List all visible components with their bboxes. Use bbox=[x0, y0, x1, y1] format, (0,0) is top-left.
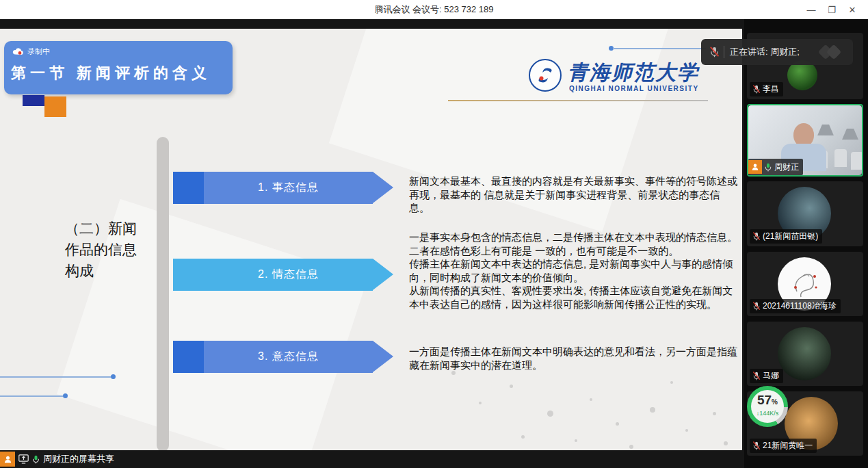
participant-tile[interactable]: 57% ↓144K/s 21新闻黄唯一 bbox=[747, 391, 863, 456]
minimize-button[interactable]: — bbox=[801, 5, 821, 15]
mic-on-icon bbox=[31, 455, 40, 464]
participant-name: 马娜 bbox=[763, 370, 779, 382]
network-percent: 57 bbox=[757, 393, 772, 407]
lamp-shape bbox=[814, 125, 837, 135]
decor-dot bbox=[63, 393, 68, 398]
decor-dot bbox=[510, 385, 513, 388]
paragraph: 从新闻传播的真实性、客观性要求出发, 传播主体应该自觉避免在新闻文本中表达自己的… bbox=[409, 284, 738, 311]
screen-share-text: 周财正的屏幕共享 bbox=[43, 453, 114, 465]
decor-dot bbox=[616, 422, 619, 426]
network-percent-sign: % bbox=[772, 398, 778, 406]
speaking-toast-text: 正在讲话: 周财正; bbox=[730, 46, 817, 58]
arrow-item-3: 3. 意态信息 bbox=[173, 341, 393, 373]
chair-shape bbox=[834, 149, 847, 167]
decor-dot bbox=[111, 374, 116, 379]
participant-nameplate: 马娜 bbox=[750, 369, 783, 383]
paragraph: 一方面是传播主体在新闻文本中明确表达的意见和看法，另一方面是指蕴藏在新闻事实中的… bbox=[409, 345, 738, 372]
arrow-accent-square bbox=[173, 259, 204, 291]
slide-title-card: 录制中 第一节 新闻评析的含义 bbox=[4, 41, 233, 94]
decor-dot bbox=[713, 412, 716, 415]
participant-name: (21新闻苗田银) bbox=[763, 231, 818, 242]
person-icon bbox=[3, 455, 12, 464]
participant-tile-active-speaker[interactable]: 周财正 bbox=[747, 104, 863, 177]
screen-share-bar: 周财正的屏幕共享 bbox=[0, 452, 120, 467]
section-heading-line: 作品的信息 bbox=[65, 239, 137, 260]
arrow-label: 2. 情态信息 bbox=[204, 259, 373, 291]
chair-shape bbox=[851, 152, 862, 170]
arrow-head bbox=[373, 259, 393, 290]
participant-name: 李昌 bbox=[763, 83, 779, 95]
paragraph: 新闻文本最基本、最直接的内容就是有关最新事实、事件等的符号陈述或再现，最基本的 … bbox=[409, 174, 738, 215]
decor-vertical-bar bbox=[157, 137, 169, 450]
decor-dot bbox=[547, 411, 553, 417]
host-badge bbox=[748, 160, 762, 174]
university-seal-icon bbox=[529, 59, 562, 92]
decor-dot bbox=[685, 429, 688, 432]
section-heading: （二）新闻 作品的信息 构成 bbox=[65, 218, 137, 281]
participant-nameplate: 21新闻黄唯一 bbox=[750, 439, 817, 453]
section-heading-line: （二）新闻 bbox=[65, 218, 137, 239]
tencent-meeting-window: 腾讯会议 会议号: 523 732 189 — ❐ ✕ 录制中 第一节 新闻评析… bbox=[0, 0, 868, 468]
shared-screen-area: 录制中 第一节 新闻评析的含义 青海师范大学 QINGHAI NORMAL UN… bbox=[0, 19, 744, 468]
screen-share-label: 周财正的屏幕共享 bbox=[15, 452, 120, 467]
participant-tile[interactable]: (21新闻苗田银) bbox=[747, 181, 863, 246]
arrow-label: 1. 事态信息 bbox=[204, 172, 373, 204]
university-logo: 青海师范大学 QINGHAI NORMAL UNIVERSITY bbox=[506, 57, 711, 99]
recording-indicator: 录制中 bbox=[12, 47, 50, 57]
person-silhouette bbox=[793, 123, 814, 146]
decor-dot bbox=[590, 398, 592, 401]
window-controls: — ❐ ✕ bbox=[801, 0, 863, 19]
toast-divider bbox=[724, 46, 724, 58]
decor-dot bbox=[650, 407, 655, 413]
decor-dot bbox=[479, 402, 482, 404]
paragraph: 一是事实本身包含的情态信息，二是传播主体在文本中表现的情态信息。二者在感情色彩上… bbox=[409, 231, 738, 257]
meeting-watermark-icon bbox=[817, 44, 847, 60]
network-quality-indicator: 57% ↓144K/s bbox=[747, 386, 788, 427]
restore-button[interactable]: ❐ bbox=[821, 5, 842, 15]
participant-nameplate: 周财正 bbox=[748, 159, 803, 175]
decor-dot bbox=[629, 445, 633, 449]
participant-nameplate: (21新闻苗田银) bbox=[750, 229, 822, 244]
arrow-head bbox=[373, 172, 393, 203]
network-speed: ↓144K/s bbox=[751, 411, 784, 417]
participant-name: 20214611108冶海珍 bbox=[763, 300, 837, 312]
text-block-2: 一是事实本身包含的情态信息，二是传播主体在文本中表现的情态信息。二者在感情色彩上… bbox=[409, 231, 738, 311]
university-name-cn: 青海师范大学 bbox=[568, 59, 699, 87]
cloud-record-icon bbox=[12, 47, 24, 56]
participant-name: 21新闻黄唯一 bbox=[763, 440, 813, 452]
arrow-label: 3. 意态信息 bbox=[204, 341, 373, 373]
section-heading-line: 构成 bbox=[65, 260, 137, 281]
speaking-toast: 正在讲话: 周财正; bbox=[701, 39, 853, 65]
decor-dot bbox=[575, 439, 577, 442]
mic-muted-icon bbox=[752, 441, 761, 450]
text-block-1: 新闻文本最基本、最直接的内容就是有关最新事实、事件等的符号陈述或再现，最基本的 … bbox=[409, 174, 738, 215]
arrow-item-2: 2. 情态信息 bbox=[173, 259, 393, 291]
person-icon bbox=[751, 163, 759, 171]
participant-nameplate: 20214611108冶海珍 bbox=[750, 299, 841, 313]
lamp-shape bbox=[839, 129, 862, 140]
decor-line bbox=[0, 376, 111, 378]
participant-name: 周财正 bbox=[774, 161, 799, 173]
arrow-accent-square bbox=[173, 341, 204, 373]
arrow-item-1: 1. 事态信息 bbox=[173, 172, 393, 204]
paragraph: 传播主体在新闻文本中表达的情态信息, 是对新闻事实中人与事的感情倾向，同时构成了… bbox=[409, 257, 738, 284]
mic-muted-icon bbox=[709, 47, 720, 57]
window-titlebar[interactable]: 腾讯会议 会议号: 523 732 189 — ❐ ✕ bbox=[0, 0, 868, 19]
recording-label: 录制中 bbox=[27, 47, 50, 57]
decor-square-navy bbox=[23, 95, 44, 106]
participant-tile[interactable]: 20214611108冶海珍 bbox=[747, 252, 863, 316]
mic-muted-icon bbox=[752, 302, 761, 311]
presentation-slide: 录制中 第一节 新闻评析的含义 青海师范大学 QINGHAI NORMAL UN… bbox=[0, 29, 742, 450]
decor-dot bbox=[670, 381, 673, 384]
arrow-accent-square bbox=[173, 172, 204, 204]
participants-panel: 李昌 bbox=[744, 19, 868, 468]
decor-line bbox=[613, 48, 706, 49]
mic-on-icon bbox=[764, 163, 772, 172]
mic-muted-icon bbox=[752, 372, 761, 380]
participant-tile[interactable]: 马娜 bbox=[747, 322, 863, 386]
decor-line bbox=[0, 395, 63, 397]
screen-share-icon bbox=[18, 454, 29, 464]
close-button[interactable]: ✕ bbox=[842, 5, 863, 15]
mic-muted-icon bbox=[752, 85, 761, 94]
avatar bbox=[778, 327, 831, 380]
